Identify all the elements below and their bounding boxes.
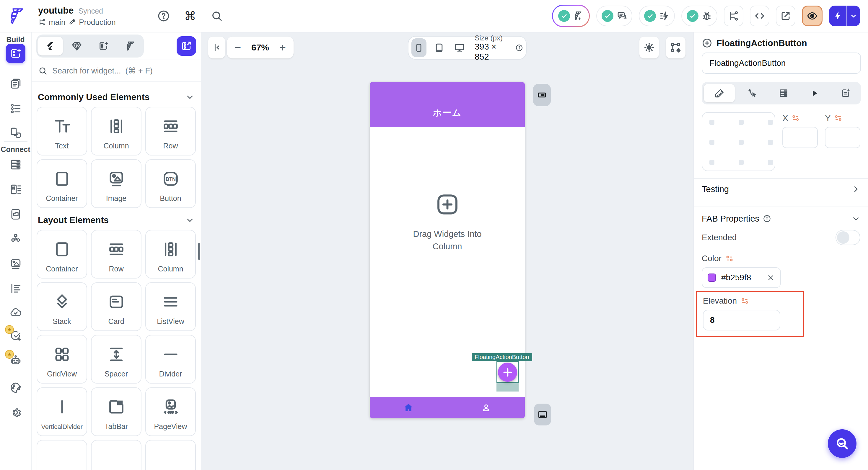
set-from-variable-icon[interactable]: [725, 254, 734, 263]
rail-item-local-files[interactable]: [9, 208, 22, 221]
rail-item-media-assets[interactable]: [9, 257, 22, 270]
widget-tile-container[interactable]: Container: [37, 159, 87, 208]
phone-preview[interactable]: ホーム Drag Widgets Into Column FloatingAct…: [370, 82, 525, 418]
x-alignment-input[interactable]: [782, 127, 818, 148]
light-dark-mode-button[interactable]: [640, 37, 659, 59]
fab-selection-box[interactable]: [496, 361, 519, 383]
rail-item-integrations[interactable]: [9, 233, 22, 245]
align-center-left[interactable]: [709, 140, 714, 145]
widget-search-input[interactable]: [52, 66, 194, 75]
widget-tile-row[interactable]: Row: [145, 107, 196, 156]
widget-tile-column[interactable]: Column: [145, 230, 196, 278]
code-view-button[interactable]: [750, 6, 769, 26]
zoom-level[interactable]: 67%: [251, 42, 269, 53]
branch-name[interactable]: main: [49, 18, 65, 27]
collapse-panel-button[interactable]: [208, 37, 225, 59]
elevation-input[interactable]: [703, 310, 780, 330]
app-bar-title[interactable]: ホーム: [433, 107, 462, 119]
align-center[interactable]: [739, 140, 744, 145]
widget-tile-column[interactable]: Column: [91, 107, 142, 156]
rail-item-cloud-functions[interactable]: [9, 306, 22, 318]
rail-item-ai-agents[interactable]: ★: [9, 354, 22, 367]
testing-section-row[interactable]: Testing: [702, 179, 860, 199]
align-center-right[interactable]: [768, 140, 773, 145]
status-pill-design-check[interactable]: [552, 5, 590, 27]
chevron-down-icon[interactable]: [847, 12, 860, 20]
align-top-left[interactable]: [709, 120, 714, 125]
help-button[interactable]: [154, 6, 173, 25]
align-bottom-left[interactable]: [709, 160, 714, 165]
tab-documentation[interactable]: [830, 82, 861, 104]
widget-tile-spacer[interactable]: Spacer: [91, 335, 142, 383]
selected-widget-tag[interactable]: FloatingActionButton: [472, 353, 532, 361]
rail-item-theme[interactable]: [9, 381, 22, 394]
nav-profile-item[interactable]: [447, 402, 525, 413]
device-tablet-button[interactable]: [432, 38, 447, 57]
flutterflow-logo[interactable]: [0, 7, 32, 25]
color-swatch[interactable]: [708, 273, 716, 282]
status-pill-optimizations[interactable]: [639, 6, 675, 26]
chevron-down-icon[interactable]: [851, 214, 860, 223]
align-bottom-center[interactable]: [739, 160, 744, 165]
extended-toggle[interactable]: [836, 230, 860, 245]
align-top-right[interactable]: [768, 120, 773, 125]
app-bar-selector-button[interactable]: [533, 84, 551, 106]
tab-components[interactable]: [90, 35, 117, 58]
tab-flutterflow-elements[interactable]: [117, 35, 143, 58]
rail-item-api-calls[interactable]: [9, 183, 22, 196]
search-button[interactable]: [207, 6, 226, 25]
widget-tile-gridview[interactable]: GridView: [37, 335, 87, 383]
tab-animations[interactable]: [799, 82, 830, 104]
clear-color-icon[interactable]: [767, 273, 775, 282]
tab-flutter-widgets[interactable]: [37, 37, 63, 56]
chevron-down-icon[interactable]: [185, 92, 195, 102]
y-alignment-input[interactable]: [825, 127, 860, 148]
status-pill-debug[interactable]: [681, 6, 717, 26]
empty-column-placeholder[interactable]: Drag Widgets Into Column: [370, 192, 525, 253]
panel-scrollbar[interactable]: [198, 243, 200, 260]
nav-home-item[interactable]: [370, 402, 447, 413]
rail-item-app-values[interactable]: [9, 102, 22, 115]
info-icon[interactable]: [515, 43, 523, 52]
alignment-pad[interactable]: [702, 112, 775, 171]
rail-item-page-linking[interactable]: [9, 126, 22, 139]
fab-properties-header[interactable]: FAB Properties: [702, 208, 860, 229]
chevron-right-icon[interactable]: [851, 185, 860, 194]
info-icon[interactable]: [763, 214, 771, 223]
widget-tile-text[interactable]: Text: [37, 107, 87, 156]
tab-properties[interactable]: [704, 84, 735, 102]
widget-tile-partial[interactable]: [145, 440, 196, 470]
widget-tile-verticaldivider[interactable]: VerticalDivider: [37, 388, 87, 436]
status-pill-comments[interactable]: [596, 6, 632, 26]
bottom-nav-bar-widget[interactable]: [370, 397, 525, 418]
tab-premium-widgets[interactable]: [63, 35, 90, 58]
zoom-out-button[interactable]: −: [235, 41, 241, 54]
branch-manager-button[interactable]: [724, 6, 743, 26]
zoom-in-button[interactable]: +: [279, 41, 286, 54]
widget-tile-button[interactable]: BTN Button: [145, 159, 196, 208]
open-widget-tree-button[interactable]: [177, 36, 196, 56]
widget-name-input[interactable]: [702, 53, 861, 74]
command-palette-button[interactable]: ⌘: [181, 6, 200, 25]
design-canvas[interactable]: − 67% + Size (px) 393 × 852 ホーム D: [201, 32, 693, 470]
tab-actions[interactable]: [737, 82, 768, 104]
tab-backend[interactable]: [768, 82, 799, 104]
rail-item-tests[interactable]: ★: [9, 329, 22, 342]
widget-tile-image[interactable]: Image: [91, 159, 142, 208]
align-bottom-right[interactable]: [768, 160, 773, 165]
widget-tile-pageview[interactable]: PageView: [145, 388, 196, 436]
chevron-down-icon[interactable]: [185, 215, 195, 225]
rail-item-pages[interactable]: [9, 77, 22, 90]
align-top-center[interactable]: [739, 120, 744, 125]
preview-button[interactable]: [802, 6, 823, 26]
widget-tile-row[interactable]: Row: [91, 230, 142, 278]
widget-tile-partial[interactable]: [37, 440, 87, 470]
widget-tile-divider[interactable]: Divider: [145, 335, 196, 383]
nav-bar-selector-button[interactable]: [534, 404, 551, 426]
canvas-settings-button[interactable]: [666, 37, 685, 59]
widget-tile-container[interactable]: Container: [37, 230, 87, 278]
set-from-variable-icon[interactable]: [834, 113, 843, 123]
rail-item-settings[interactable]: [9, 406, 22, 419]
set-from-variable-icon[interactable]: [740, 297, 749, 305]
environment-name[interactable]: Production: [79, 18, 116, 27]
